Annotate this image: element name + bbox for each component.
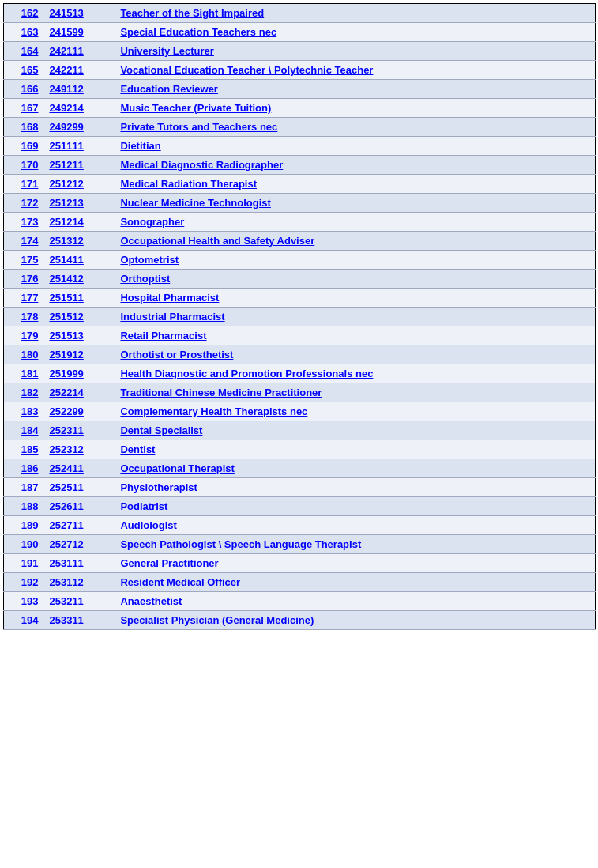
row-number-link[interactable]: 190 [21,538,39,550]
occupation-code: 249112 [44,80,115,99]
occupation-label-link[interactable]: Speech Pathologist \ Speech Language The… [120,538,361,550]
row-number-link[interactable]: 184 [21,425,39,436]
occupation-label-link[interactable]: General Practitioner [120,557,218,569]
occupation-label-link[interactable]: Complementary Health Therapists nec [120,406,307,417]
occupation-code-link[interactable]: 252611 [49,500,83,512]
occupation-label-link[interactable]: Education Reviewer [120,83,218,95]
occupation-code-link[interactable]: 249112 [49,83,83,95]
occupation-code-link[interactable]: 253211 [49,595,83,607]
occupation-code-link[interactable]: 251412 [49,273,83,285]
row-number-link[interactable]: 189 [21,519,39,531]
occupation-code-link[interactable]: 251411 [49,254,83,266]
row-number-link[interactable]: 183 [21,406,39,417]
row-number-link[interactable]: 166 [21,83,39,95]
occupation-code-link[interactable]: 251512 [49,311,83,323]
occupation-label-link[interactable]: Vocational Education Teacher \ Polytechn… [120,64,373,76]
occupation-label-link[interactable]: Traditional Chinese Medicine Practitione… [120,387,322,398]
row-number-link[interactable]: 163 [21,26,39,38]
occupation-label-link[interactable]: Hospital Pharmacist [120,292,219,304]
occupation-label-link[interactable]: Orthoptist [120,273,170,285]
occupation-code-link[interactable]: 252311 [49,425,83,436]
occupation-code-link[interactable]: 252712 [49,538,83,550]
occupation-code-link[interactable]: 251213 [49,197,83,209]
row-number-link[interactable]: 181 [21,368,39,379]
occupation-label-link[interactable]: Physiotherapist [120,481,197,493]
occupation-code-link[interactable]: 242111 [49,45,83,57]
occupation-label-link[interactable]: Audiologist [120,519,177,531]
row-number-link[interactable]: 176 [21,273,39,285]
occupation-label-link[interactable]: Health Diagnostic and Promotion Professi… [120,368,373,379]
occupation-code-link[interactable]: 251214 [49,216,83,228]
row-number-link[interactable]: 191 [21,557,39,569]
occupation-label-link[interactable]: Dental Specialist [120,425,202,436]
row-number-link[interactable]: 188 [21,500,39,512]
occupation-code-link[interactable]: 249299 [49,121,83,133]
occupation-label-link[interactable]: Industrial Pharmacist [120,311,224,323]
row-number-link[interactable]: 172 [21,197,39,209]
occupation-label-link[interactable]: Private Tutors and Teachers nec [120,121,277,133]
row-number-link[interactable]: 175 [21,254,39,266]
row-number-link[interactable]: 187 [21,481,39,493]
occupation-label-link[interactable]: Anaesthetist [120,595,182,607]
row-number-link[interactable]: 192 [21,576,39,588]
row-number-link[interactable]: 185 [21,443,39,455]
occupation-code-link[interactable]: 241599 [49,26,83,38]
occupation-code-link[interactable]: 251212 [49,178,83,190]
occupation-code-link[interactable]: 252312 [49,443,83,455]
row-number-link[interactable]: 178 [21,311,39,323]
occupation-code-link[interactable]: 251513 [49,330,83,342]
occupation-label-link[interactable]: Medical Radiation Therapist [120,178,257,190]
occupation-code-link[interactable]: 242211 [49,64,83,76]
occupation-label-link[interactable]: Optometrist [120,254,179,266]
row-number-link[interactable]: 173 [21,216,39,228]
occupation-label-link[interactable]: Podiatrist [120,500,167,512]
row-number-link[interactable]: 162 [21,7,39,19]
occupation-code-link[interactable]: 252711 [49,519,83,531]
row-number-link[interactable]: 164 [21,45,39,57]
occupation-code-link[interactable]: 251312 [49,235,83,247]
occupation-label-link[interactable]: Nuclear Medicine Technologist [120,197,270,209]
occupation-label-link[interactable]: Dietitian [120,140,160,152]
row-number-link[interactable]: 170 [21,159,39,171]
occupation-code-link[interactable]: 251912 [49,349,83,360]
occupation-code-link[interactable]: 252511 [49,481,83,493]
occupation-code-link[interactable]: 251999 [49,368,83,379]
occupation-label-link[interactable]: Sonographer [120,216,184,228]
row-number-link[interactable]: 180 [21,349,39,360]
row-number-link[interactable]: 182 [21,387,39,398]
occupation-code-link[interactable]: 241513 [49,7,83,19]
row-number-link[interactable]: 174 [21,235,39,247]
row-number-link[interactable]: 168 [21,121,39,133]
occupation-code-link[interactable]: 253311 [49,614,83,626]
row-number-link[interactable]: 177 [21,292,39,304]
row-number-link[interactable]: 186 [21,462,39,474]
occupation-code-link[interactable]: 252411 [49,462,83,474]
occupation-code-link[interactable]: 251511 [49,292,83,304]
occupation-code-link[interactable]: 249214 [49,102,83,114]
occupation-code-link[interactable]: 252299 [49,406,83,417]
occupation-label-link[interactable]: Orthotist or Prosthetist [120,349,233,360]
occupation-label-link[interactable]: Occupational Health and Safety Adviser [120,235,314,247]
row-number-link[interactable]: 165 [21,64,39,76]
occupation-label-link[interactable]: Teacher of the Sight Impaired [120,7,264,19]
occupation-label-link[interactable]: Resident Medical Officer [120,576,240,588]
row-number-link[interactable]: 194 [21,614,39,626]
occupation-code-link[interactable]: 253111 [49,557,83,569]
occupation-label-link[interactable]: University Lecturer [120,45,214,57]
occupation-label-link[interactable]: Special Education Teachers nec [120,26,276,38]
occupation-label-link[interactable]: Medical Diagnostic Radiographer [120,159,283,171]
occupation-label-link[interactable]: Occupational Therapist [120,462,234,474]
row-number-link[interactable]: 169 [21,140,39,152]
occupation-label-link[interactable]: Music Teacher (Private Tuition) [120,102,271,114]
row-number-link[interactable]: 167 [21,102,39,114]
row-number-link[interactable]: 171 [21,178,39,190]
occupation-code-link[interactable]: 251111 [49,140,83,152]
occupation-code-link[interactable]: 253112 [49,576,83,588]
occupation-label-link[interactable]: Specialist Physician (General Medicine) [120,614,314,626]
row-number-link[interactable]: 193 [21,595,39,607]
occupation-label-link[interactable]: Dentist [120,443,155,455]
occupation-code-link[interactable]: 252214 [49,387,83,398]
row-number-link[interactable]: 179 [21,330,39,342]
occupation-code-link[interactable]: 251211 [49,159,83,171]
occupation-label-link[interactable]: Retail Pharmacist [120,330,206,342]
